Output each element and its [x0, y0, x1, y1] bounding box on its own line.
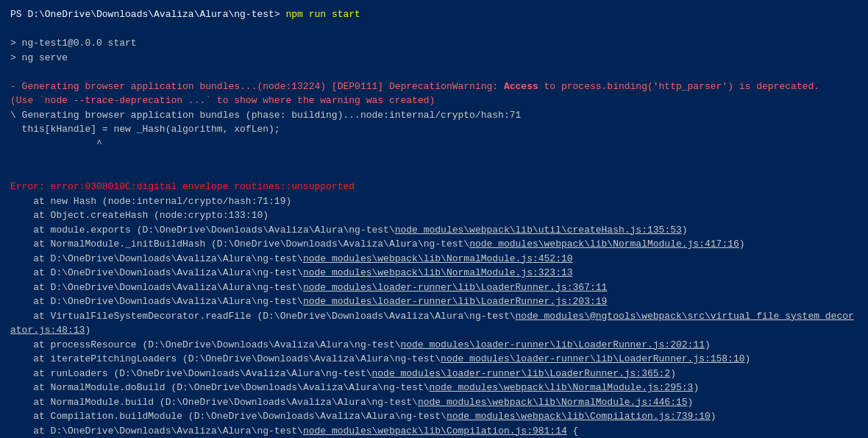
stack-5: at D:\OneDrive\Downloads\Avaliza\Alura\n…: [10, 252, 858, 266]
stack-11: at iteratePitchingLoaders (D:\OneDrive\D…: [10, 352, 858, 367]
caret-line: ^: [10, 137, 858, 152]
stack-16: at D:\OneDrive\Downloads\Avaliza\Alura\n…: [10, 424, 858, 439]
stack-10: at processResource (D:\OneDrive\Download…: [10, 338, 858, 353]
terminal-window: PS D:\OneDrive\Downloads\Avaliza\Alura\n…: [10, 7, 858, 438]
warning-line: - Generating browser application bundles…: [10, 80, 858, 94]
error-header: Error: error:0308010C:digital envelope r…: [10, 180, 858, 194]
build-line: \ Generating browser application bundles…: [10, 108, 858, 123]
stack-8: at D:\OneDrive\Downloads\Avaliza\Alura\n…: [10, 294, 858, 309]
warning-line-2: (Use `node --trace-deprecation ...` to s…: [10, 93, 858, 108]
stack-2: at Object.createHash (node:crypto:133:10…: [10, 208, 858, 223]
title-bar: PS D:\OneDrive\Downloads\Avaliza\Alura\n…: [10, 7, 858, 22]
stack-6: at D:\OneDrive\Downloads\Avaliza\Alura\n…: [10, 266, 858, 280]
cmd-line-2: > ng serve: [10, 51, 858, 66]
cmd-line-1: > ng-test1@0.0.0 start: [10, 36, 858, 51]
stack-1: at new Hash (node:internal/crypto/hash:7…: [10, 194, 858, 209]
stack-12: at runLoaders (D:\OneDrive\Downloads\Ava…: [10, 367, 858, 381]
stack-15: at Compilation.buildModule (D:\OneDrive\…: [10, 409, 858, 424]
code-line-1: this[kHandle] = new _Hash(algorithm, xof…: [10, 122, 858, 137]
stack-7: at D:\OneDrive\Downloads\Avaliza\Alura\n…: [10, 280, 858, 295]
stack-3: at module.exports (D:\OneDrive\Downloads…: [10, 223, 858, 238]
stack-14: at NormalModule.build (D:\OneDrive\Downl…: [10, 395, 858, 410]
stack-13: at NormalModule.doBuild (D:\OneDrive\Dow…: [10, 381, 858, 395]
stack-9: at VirtualFileSystemDecorator.readFile (…: [10, 309, 858, 338]
stack-4: at NormalModule._initBuildHash (D:\OneDr…: [10, 237, 858, 252]
